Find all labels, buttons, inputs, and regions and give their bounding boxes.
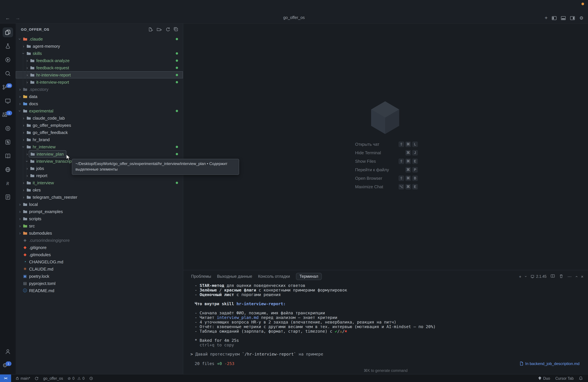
folder-icon — [26, 138, 31, 142]
tree-item-prompt-examples[interactable]: ›prompt_examples — [16, 208, 183, 215]
kill-terminal-icon[interactable] — [559, 274, 564, 279]
chevron-icon: › — [18, 94, 22, 99]
tree-item-hr-interview-report[interactable]: ›hr-interview-report — [16, 71, 183, 78]
shortcut-label: Перейти к файлу — [355, 167, 389, 172]
history-icon[interactable] — [89, 376, 93, 380]
tree-item-src[interactable]: ›src — [16, 222, 183, 229]
chevron-icon: › — [25, 166, 29, 171]
activitybar-flask-icon[interactable] — [0, 39, 16, 53]
indent-guide — [23, 172, 23, 179]
tree-item-docs[interactable]: ›docs — [16, 100, 183, 107]
toggle-left-sidebar-icon[interactable] — [552, 16, 557, 20]
new-folder-icon[interactable] — [156, 27, 162, 32]
activitybar-globe-icon[interactable] — [0, 163, 16, 176]
maximize-panel-icon[interactable]: › — [574, 276, 579, 277]
tree-item-.cursorindexingignore[interactable]: ◈.cursorindexingignore — [16, 236, 183, 244]
toggle-right-sidebar-icon[interactable] — [570, 16, 575, 20]
tree-item-it-interview[interactable]: ›it_interview — [16, 179, 183, 186]
activitybar-template-icon[interactable] — [0, 190, 16, 204]
tree-item-submodules[interactable]: ›submodules — [16, 229, 183, 236]
tree-item-local[interactable]: ›local — [16, 201, 183, 208]
tree-item-telegram-chats-reester[interactable]: ›telegram_chats_reester — [16, 193, 183, 201]
tree-item-claude-code-lab[interactable]: ›claude_code_lab — [16, 114, 183, 122]
tree-item-feedback-request[interactable]: ›feedback-request — [16, 64, 183, 71]
terminal-dropdown-icon[interactable]: › — [524, 276, 528, 277]
activitybar-lens-icon[interactable] — [0, 122, 16, 135]
tree-item-hr-interview[interactable]: ›hr_interview — [16, 143, 183, 150]
tree-item-skills[interactable]: ›skills — [16, 50, 183, 57]
tree-item-.gitignore[interactable]: ◆.gitignore — [16, 244, 183, 251]
tree-item-label: report — [36, 173, 47, 178]
tree-item-okrs[interactable]: ›okrs — [16, 186, 183, 193]
panel-tab-0[interactable]: Проблемы — [191, 273, 211, 280]
terminal-version-badge[interactable]: 2.1.45 — [530, 275, 546, 278]
panel-tab-2[interactable]: Консоль отладки — [258, 273, 290, 280]
terminal-line: - Оценочный лист с порогами решения — [195, 293, 588, 297]
activitybar-source-control-icon[interactable]: 20 — [0, 80, 16, 94]
shortcut-keys: ⇧⌘L — [399, 141, 418, 147]
notifications-bell-icon[interactable] — [579, 376, 583, 380]
tree-item-.gitmodules[interactable]: ◆.gitmodules — [16, 251, 183, 258]
folder-icon — [29, 73, 35, 77]
extensions-badge: 1 — [6, 111, 12, 115]
activitybar-explorer-icon[interactable] — [0, 25, 16, 39]
keycap: ⌘ — [405, 158, 411, 164]
sync-changes-icon[interactable] — [35, 376, 39, 380]
collapse-all-icon[interactable] — [173, 27, 178, 32]
lines-removed: -253 — [225, 361, 234, 366]
tree-item-agent-memory[interactable]: ›agent-memory — [16, 42, 183, 50]
tree-item-experimental[interactable]: ›experimental — [16, 107, 183, 114]
tree-item-scripts[interactable]: ›scripts — [16, 215, 183, 222]
account-icon[interactable] — [0, 345, 16, 359]
activitybar-tools-icon[interactable] — [0, 135, 16, 149]
tree-item-label: telegram_chats_reester — [33, 195, 77, 199]
panel-tab-3[interactable]: Терминал — [296, 273, 322, 280]
activitybar-r-logo-icon[interactable]: R — [0, 176, 16, 190]
terminal-output[interactable]: - STAR-метод для оценки поведенческих от… — [183, 281, 588, 357]
duo-item[interactable]: Duo — [538, 376, 550, 380]
tree-item-data[interactable]: ›data — [16, 93, 183, 100]
toggle-panel-icon[interactable] — [561, 16, 566, 20]
indent-guide — [26, 172, 27, 179]
close-panel-icon[interactable]: × — [581, 274, 583, 279]
tree-item-label: data — [29, 94, 37, 99]
tree-item-claude.md[interactable]: ✳CLAUDE.md — [16, 265, 183, 273]
remote-indicator[interactable]: >< — [0, 375, 11, 382]
context-file-link[interactable]: In backend_job_description.md — [520, 361, 580, 366]
nav-forward-icon[interactable]: → — [15, 15, 20, 21]
new-terminal-icon[interactable]: + — [519, 274, 521, 279]
new-file-icon[interactable] — [148, 27, 153, 32]
tree-item-pyproject.toml[interactable]: ▤pyproject.toml — [16, 280, 183, 287]
activitybar-search-icon[interactable] — [0, 67, 16, 80]
activitybar-library-icon[interactable] — [0, 149, 16, 163]
git-branch-item[interactable]: main* — [16, 376, 30, 380]
tree-item-hr-brand[interactable]: ›hr_brand — [16, 136, 183, 143]
tree-item-go-offer-feedback[interactable]: ›go_offer_feedback — [16, 129, 183, 136]
refresh-icon[interactable] — [165, 27, 170, 32]
activitybar-remote-explorer-icon[interactable] — [0, 94, 16, 108]
activitybar-extensions-icon[interactable]: 1 — [0, 108, 16, 122]
more-actions-icon[interactable]: ⋯ — [567, 274, 572, 279]
split-terminal-icon[interactable] — [550, 274, 555, 279]
tree-item-feedback-analyze[interactable]: ›feedback-analyze — [16, 57, 183, 64]
activitybar-run-debug-icon[interactable] — [0, 53, 16, 67]
tree-item-.specstory[interactable]: ›.specstory — [16, 85, 183, 93]
titlebar: ← → go_offer_os + ⚙ — [0, 0, 588, 23]
nav-back-icon[interactable]: ← — [5, 15, 10, 21]
tree-item-interview-plan[interactable]: ›interview_plan — [16, 150, 183, 157]
manage-gear-icon[interactable]: ⚙ 1 — [0, 359, 16, 372]
project-name-item[interactable]: go_offer_os — [43, 376, 63, 380]
tree-item-go-offer-employees[interactable]: ›go_offer_employees — [16, 122, 183, 129]
indent-guide — [23, 64, 23, 71]
tree-item-poetry.lock[interactable]: ▣poetry.lock — [16, 273, 183, 280]
new-tab-icon[interactable]: + — [545, 16, 548, 20]
tree-item-.claude[interactable]: ›.claude — [16, 35, 183, 42]
cursor-tab-item[interactable]: Cursor Tab — [555, 376, 574, 380]
panel-tab-1[interactable]: Выходные данные — [217, 273, 252, 280]
shortcut-label: Open Browser — [355, 176, 382, 181]
tree-item-it-interview-report[interactable]: ›it-interview-report — [16, 78, 183, 85]
tree-item-changelog.md[interactable]: ◔CHANGELOG.md — [16, 258, 183, 265]
tree-item-readme.md[interactable]: ⓘREADME.md — [16, 287, 183, 294]
settings-gear-icon[interactable]: ⚙ — [579, 15, 583, 21]
problems-item[interactable]: ⊘0 ⚠0 — [68, 376, 84, 381]
